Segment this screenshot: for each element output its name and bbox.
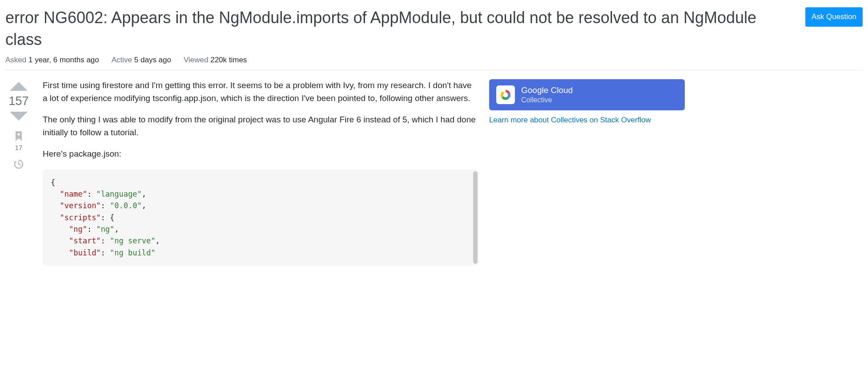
meta-asked-label: Asked	[5, 56, 26, 64]
meta-viewed-value: 220k times	[210, 56, 247, 64]
code-token: ,	[114, 225, 119, 234]
code-token: {	[51, 178, 55, 187]
ask-question-button[interactable]: Ask Question	[805, 7, 863, 27]
history-icon[interactable]	[13, 158, 24, 170]
code-token: "build"	[69, 248, 101, 257]
code-token: :	[101, 201, 110, 210]
code-token: "scripts"	[60, 213, 100, 222]
question-title[interactable]: error NG6002: Appears in the NgModule.im…	[5, 7, 796, 50]
code-token: "version"	[60, 201, 100, 210]
sidebar: Google Cloud Collective Learn more about…	[489, 79, 685, 125]
collectives-learn-more-link[interactable]: Learn more about Collectives on Stack Ov…	[489, 116, 685, 125]
paragraph-3: Here's package.json:	[43, 148, 478, 161]
code-token: ,	[142, 201, 146, 210]
collective-title: Google Cloud	[521, 85, 573, 95]
meta-viewed: Viewed 220k times	[184, 56, 247, 65]
meta-active-value: 5 days ago	[134, 56, 171, 64]
code-token: :	[87, 225, 96, 234]
code-token: "ng build"	[110, 248, 155, 257]
svg-point-0	[18, 133, 20, 136]
upvote-icon[interactable]	[9, 79, 28, 92]
code-token: "language"	[96, 190, 141, 198]
code-token: ,	[142, 190, 146, 198]
meta-active-label: Active	[112, 56, 132, 64]
bookmark-count: 17	[15, 144, 23, 151]
code-token: :	[101, 236, 110, 245]
google-cloud-logo-icon	[496, 85, 515, 104]
downvote-icon[interactable]	[9, 111, 28, 123]
paragraph-2: The only thing I was able to modify from…	[43, 113, 478, 139]
meta-active: Active 5 days ago	[112, 56, 171, 65]
code-token: : {	[101, 213, 115, 222]
vote-column: 157 17	[5, 79, 32, 170]
code-token: "start"	[69, 236, 101, 245]
collective-card[interactable]: Google Cloud Collective	[489, 79, 685, 110]
code-token: :	[87, 190, 96, 198]
code-token: "ng serve"	[110, 236, 155, 245]
code-token: "0.0.0"	[110, 201, 142, 210]
paragraph-1: First time using firestore and I'm getti…	[43, 79, 478, 105]
collective-subtitle: Collective	[521, 96, 573, 104]
code-token: "ng"	[69, 225, 87, 234]
code-block[interactable]: { "name": "language", "version": "0.0.0"…	[43, 170, 478, 266]
meta-asked-value: 1 year, 6 months ago	[28, 56, 99, 64]
code-token: "name"	[60, 190, 87, 198]
question-meta: Asked 1 year, 6 months ago Active 5 days…	[5, 56, 863, 70]
code-token: ,	[155, 236, 160, 245]
code-token: "ng"	[96, 225, 114, 234]
meta-viewed-label: Viewed	[184, 56, 208, 64]
code-token: :	[101, 248, 110, 257]
bookmark-icon[interactable]	[14, 130, 24, 142]
vote-score: 157	[8, 94, 28, 108]
meta-asked: Asked 1 year, 6 months ago	[5, 56, 99, 65]
question-body: First time using firestore and I'm getti…	[43, 79, 478, 266]
